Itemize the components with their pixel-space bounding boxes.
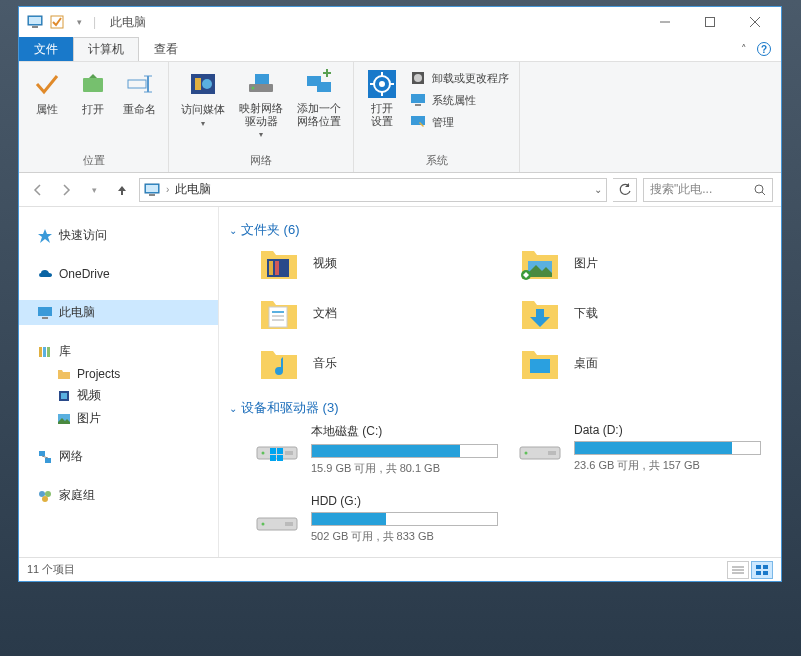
svg-rect-5 (705, 18, 714, 27)
section-drives-header[interactable]: ⌄ 设备和驱动器 (3) (219, 395, 781, 423)
svg-rect-43 (43, 347, 46, 357)
folder-videos[interactable]: 视频 (259, 245, 520, 281)
map-drive-button[interactable]: 映射网络 驱动器 ▾ (233, 66, 289, 141)
svg-rect-9 (128, 80, 146, 88)
properties-button[interactable]: 属性 (25, 66, 69, 119)
open-settings-button[interactable]: 打开 设置 (360, 66, 404, 130)
svg-rect-40 (38, 307, 52, 316)
gear-icon (366, 68, 398, 100)
up-button[interactable] (111, 179, 133, 201)
star-icon (37, 228, 53, 244)
ribbon-collapse-icon[interactable]: ˄ (741, 43, 747, 56)
refresh-button[interactable] (613, 178, 637, 202)
computer-icon (37, 305, 53, 321)
tree-homegroup[interactable]: 家庭组 (19, 483, 218, 508)
tree-lib-videos[interactable]: 视频 (19, 384, 218, 407)
tab-computer[interactable]: 计算机 (73, 37, 139, 61)
drive-stats: 23.6 GB 可用 , 共 157 GB (574, 458, 761, 473)
monitor-icon (410, 92, 426, 108)
homegroup-icon (37, 488, 53, 504)
svg-point-38 (755, 185, 763, 193)
sysprops-button[interactable]: 系统属性 (406, 90, 513, 110)
tree-this-pc[interactable]: 此电脑 (19, 300, 218, 325)
view-tiles-button[interactable] (751, 561, 773, 579)
svg-rect-46 (61, 393, 67, 399)
address-bar[interactable]: › 此电脑 ⌄ (139, 178, 607, 202)
folder-downloads[interactable]: 下载 (520, 295, 781, 331)
back-button[interactable] (27, 179, 49, 201)
drive-item[interactable]: HDD (G:)502 GB 可用 , 共 833 GB (255, 494, 498, 544)
minimize-button[interactable] (642, 8, 687, 36)
group-label-network: 网络 (175, 151, 347, 170)
svg-point-51 (39, 491, 45, 497)
tree-network[interactable]: 网络 (19, 444, 218, 469)
svg-rect-49 (45, 458, 51, 463)
tree-onedrive[interactable]: OneDrive (19, 262, 218, 286)
svg-rect-32 (411, 94, 425, 103)
svg-rect-20 (317, 82, 331, 92)
film-icon (57, 389, 71, 403)
search-input[interactable]: 搜索"此电... (643, 178, 773, 202)
tree-libraries[interactable]: 库 (19, 339, 218, 364)
navigation-pane: 快速访问 OneDrive 此电脑 库 Projects (19, 207, 219, 557)
uninstall-button[interactable]: 卸载或更改程序 (406, 68, 513, 88)
qat-dropdown-icon[interactable]: ▾ (71, 14, 87, 30)
recent-dropdown[interactable]: ▾ (83, 179, 105, 201)
folder-music[interactable]: 音乐 (259, 345, 520, 381)
libraries-icon (37, 344, 53, 360)
properties-qat-icon[interactable] (49, 14, 65, 30)
help-icon[interactable]: ? (757, 42, 771, 56)
drive-item[interactable]: Data (D:)23.6 GB 可用 , 共 157 GB (518, 423, 761, 476)
status-bar: 11 个项目 (19, 557, 781, 581)
tab-view[interactable]: 查看 (139, 37, 193, 61)
open-button[interactable]: 打开 (71, 66, 115, 119)
tree-quick-access[interactable]: 快速访问 (19, 223, 218, 248)
content-pane: ⌄ 文件夹 (6) 视频 图片 文档 下载 (219, 207, 781, 557)
drive-capacity-bar (311, 512, 498, 526)
add-location-icon (303, 68, 335, 100)
cloud-icon (37, 266, 53, 282)
access-media-button[interactable]: 访问媒体 ▾ (175, 66, 231, 130)
tree-lib-projects[interactable]: Projects (19, 364, 218, 384)
svg-rect-42 (39, 347, 42, 357)
drive-name: 本地磁盘 (C:) (311, 423, 498, 440)
chevron-down-icon: ⌄ (229, 225, 237, 236)
close-button[interactable] (732, 8, 777, 36)
map-drive-icon (245, 68, 277, 100)
group-label-location: 位置 (25, 151, 162, 170)
svg-point-75 (262, 523, 265, 526)
manage-button[interactable]: 管理 (406, 112, 513, 132)
breadcrumb[interactable]: 此电脑 (175, 181, 211, 198)
view-details-button[interactable] (727, 561, 749, 579)
drive-capacity-bar (574, 441, 761, 455)
tab-file[interactable]: 文件 (19, 37, 73, 61)
computer-icon (27, 14, 43, 30)
svg-line-50 (42, 456, 48, 458)
forward-button[interactable] (55, 179, 77, 201)
svg-rect-66 (270, 455, 276, 461)
section-folders-header[interactable]: ⌄ 文件夹 (6) (219, 217, 781, 245)
folder-pictures[interactable]: 图片 (520, 245, 781, 281)
picture-icon (57, 412, 71, 426)
svg-rect-63 (530, 359, 550, 373)
drive-icon (255, 494, 299, 534)
drive-name: Data (D:) (574, 423, 761, 437)
add-location-button[interactable]: 添加一个 网络位置 (291, 66, 347, 130)
manage-icon (410, 114, 426, 130)
folder-documents[interactable]: 文档 (259, 295, 520, 331)
tree-lib-pictures[interactable]: 图片 (19, 407, 218, 430)
folder-desktop[interactable]: 桌面 (520, 345, 781, 381)
svg-point-18 (252, 87, 255, 90)
svg-point-31 (414, 74, 422, 82)
drive-stats: 502 GB 可用 , 共 833 GB (311, 529, 498, 544)
svg-rect-37 (149, 194, 155, 196)
svg-rect-59 (269, 307, 287, 327)
maximize-button[interactable] (687, 8, 732, 36)
svg-line-39 (762, 192, 765, 195)
rename-button[interactable]: 重命名 (117, 66, 162, 119)
address-dropdown-icon[interactable]: ⌄ (594, 184, 602, 195)
status-item-count: 11 个项目 (27, 562, 75, 577)
ribbon: 属性 打开 重命名 位置 访问媒体 ▾ (19, 61, 781, 173)
drive-item[interactable]: 本地磁盘 (C:)15.9 GB 可用 , 共 80.1 GB (255, 423, 498, 476)
svg-rect-14 (195, 78, 201, 90)
